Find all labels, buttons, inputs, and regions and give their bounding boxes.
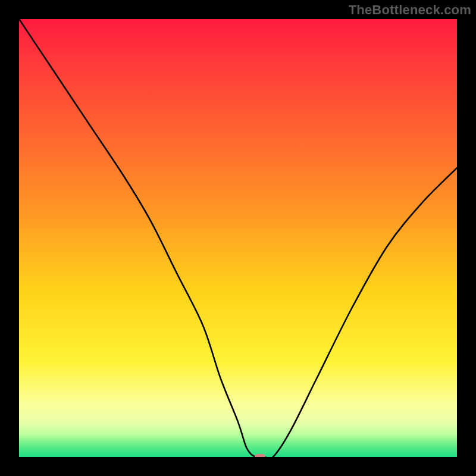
plot-area	[19, 19, 457, 457]
bottleneck-curve	[19, 19, 457, 457]
chart-frame: TheBottleneck.com	[0, 0, 476, 476]
optimal-marker	[255, 454, 265, 457]
curve-path	[19, 19, 457, 457]
watermark-text: TheBottleneck.com	[349, 2, 471, 18]
